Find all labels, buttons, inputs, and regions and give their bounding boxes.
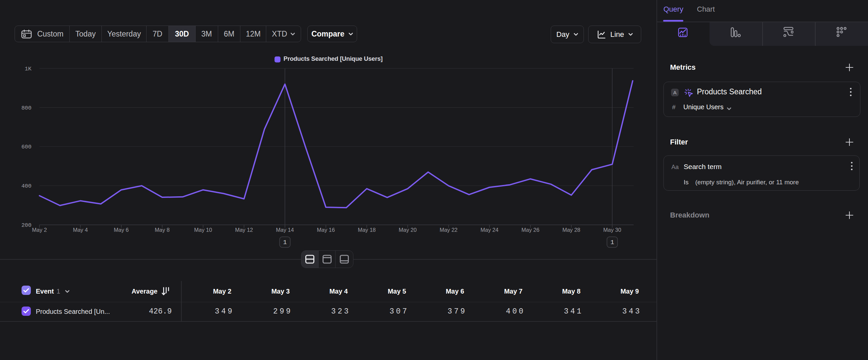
svg-text:1K: 1K [25,66,32,72]
svg-text:May 26: May 26 [522,227,539,233]
svg-text:May 20: May 20 [399,227,417,233]
svg-text:800: 800 [21,105,31,111]
svg-text:May 16: May 16 [317,227,335,233]
svg-text:May 28: May 28 [562,227,580,233]
svg-text:May 22: May 22 [440,227,458,233]
svg-text:1: 1 [610,239,614,246]
svg-text:600: 600 [21,144,31,150]
svg-text:May 14: May 14 [276,227,294,233]
svg-text:May 2: May 2 [32,227,47,233]
svg-text:May 8: May 8 [155,227,170,233]
svg-text:May 18: May 18 [358,227,376,233]
svg-text:May 24: May 24 [480,227,498,233]
svg-text:400: 400 [21,183,31,189]
svg-text:May 4: May 4 [73,227,88,233]
svg-text:200: 200 [21,222,31,228]
svg-text:May 6: May 6 [114,227,129,233]
svg-text:1: 1 [283,239,287,246]
svg-text:May 10: May 10 [194,227,212,233]
svg-text:May 12: May 12 [235,227,253,233]
svg-text:May 30: May 30 [603,227,621,233]
